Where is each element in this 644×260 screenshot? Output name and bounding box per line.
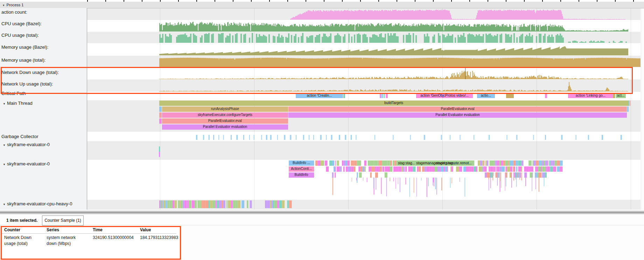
table-cell: system network down (Mbps) [47,235,86,247]
table-header-counter[interactable]: Counter [4,227,20,232]
slice-skyframeexecutor-configuretargets[interactable]: skyframeExecutor.configureTargets [162,112,288,118]
track-name-cpu-usage-total[interactable]: CPU usage (total): [1,33,39,38]
table-cell: 324190.51300000004 [93,235,138,241]
timeline-slice[interactable] [545,93,547,98]
slice-buildtargets[interactable]: buildTargets [159,101,628,106]
track-label-text: Memory usage (total): [1,57,46,63]
timeline-slice[interactable] [159,112,162,118]
collapse-arrow-icon[interactable]: ▾ [1,203,7,206]
timeline-slice[interactable] [628,101,629,106]
timeline-slice[interactable] [630,101,630,106]
slice-actionconti[interactable]: ActionConti... [289,166,314,172]
track-name-garbage-collector[interactable]: Garbage Collector [1,134,38,139]
track-name-action-count[interactable]: action count: [1,9,27,15]
track-label-text: Network Down usage (total): [1,70,59,75]
timeline-slice[interactable] [384,93,385,98]
timeline-right-gutter [641,8,644,211]
track-label-text: Main Thread [7,101,33,106]
selection-status: 1 item selected. [6,218,37,223]
table-header-time[interactable]: Time [93,227,103,232]
timeline-slice[interactable] [627,107,629,112]
table-header-series[interactable]: Series [47,227,59,232]
slice-parallelevaluator-eval[interactable]: ParallelEvaluator.eval [162,118,288,124]
slice-runanalysisphase[interactable]: runAnalysisPhase [162,107,288,112]
tabbar-divider [0,225,644,225]
track-name-critical-path[interactable]: Critical Path [1,91,26,96]
track-name-main-thread[interactable]: ▾Main Thread [1,101,33,106]
track-label-text: Garbage Collector [1,134,38,139]
table-cell: 184.1793113323983 [140,235,186,241]
track-name-skyframe-evaluator-cpu-heavy-0[interactable]: ▾skyframe-evaluator-cpu-heavy-0 [1,201,72,206]
timeline-slice[interactable] [386,93,388,98]
panel-resize-handle[interactable] [0,210,644,214]
slice-buildinfo[interactable]: BuildInfo ... [289,160,314,166]
collapse-arrow-icon[interactable]: ▾ [1,163,7,166]
track-label-panel: action count:CPU usage (Bazel):CPU usage… [0,8,87,211]
slice-buildinfo[interactable]: BuildInfo [289,172,314,178]
process-title: Process 1 [7,3,24,7]
counter-sample-table: CounterSeriesTimeValueNetwork Down usage… [1,226,180,258]
track-name-memory-usage-total[interactable]: Memory usage (total): [1,57,46,63]
track-label-text: CPU usage (Bazel): [1,21,42,26]
track-label-text: action count: [1,9,27,15]
timeline-slice[interactable] [343,93,345,98]
process-group-header[interactable]: ▾Process 1 [0,2,644,8]
track-label-text: Critical Path [1,91,26,96]
table-header-divider [1,233,176,234]
track-label-text: skyframe-evaluator-cpu-heavy-0 [7,201,72,206]
table-header-value[interactable]: Value [140,227,151,232]
slice-action-linking-go[interactable]: action 'Linking go... [568,93,613,98]
timeline-slice[interactable] [380,93,381,98]
collapse-arrow-icon[interactable]: ▾ [3,2,5,8]
timeline-slice[interactable] [159,118,162,124]
track-label-text: skyframe-evaluator-0 [7,161,50,166]
slice-parallel-evaluator-evaluation[interactable]: Parallel Evaluator evaluation [288,112,627,118]
slice-actio[interactable]: actio... [477,93,495,98]
track-name-skyframe-evaluator-0[interactable]: ▾skyframe-evaluator-0 [1,161,50,166]
collapse-arrow-icon[interactable]: ▾ [1,143,7,147]
track-label-text: Network Up usage (total): [1,81,53,87]
timeline-slice[interactable] [613,93,615,98]
track-label-text: Memory usage (Bazel): [1,45,48,50]
collapse-arrow-icon[interactable]: ▾ [1,102,7,105]
slice-parallelevaluator-eval[interactable]: ParallelEvaluator.eval [288,107,627,112]
slice-action-genobjcprotos-video[interactable]: action 'GenObjcProtos video/... [416,93,473,98]
track-name-network-up-usage-total[interactable]: Network Up usage (total): [1,81,53,87]
track-name-network-down-usage-total[interactable]: Network Down usage (total): [1,70,59,75]
details-panel: 1 item selected. Counter Sample (1) Coun… [0,214,644,260]
timeline-slice[interactable] [159,107,162,112]
tab-counter-sample[interactable]: Counter Sample (1) [42,215,84,226]
track-name-skyframe-evaluator-0[interactable]: ▾skyframe-evaluator-0 [1,142,50,147]
timeline-slice[interactable] [382,93,383,98]
slice-parallel-evaluator-evaluation[interactable]: Parallel Evaluator evaluation [162,124,288,130]
table-cell: Network Down usage (total) [4,235,43,247]
track-label-text: CPU usage (total): [1,33,39,38]
slice-action-creatin[interactable]: action 'Creatin... [296,93,343,98]
track-name-cpu-usage-bazel[interactable]: CPU usage (Bazel): [1,21,42,26]
track-label-text: skyframe-evaluator-0 [7,142,50,147]
slice-act[interactable]: act... [616,93,626,98]
track-name-memory-usage-bazel[interactable]: Memory usage (Bazel): [1,45,48,50]
timeline-slice[interactable] [506,93,514,98]
